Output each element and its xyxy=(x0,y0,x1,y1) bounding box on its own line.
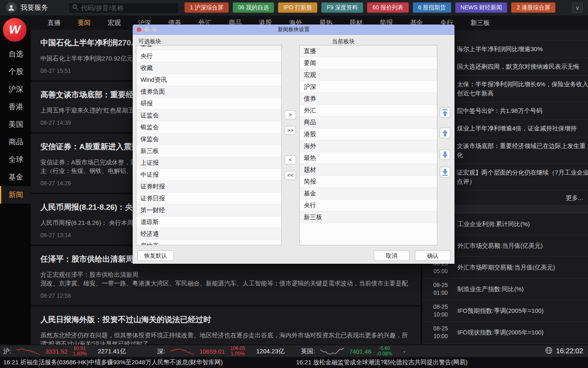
hotkey-button[interactable]: 06 我的自选 xyxy=(233,2,274,13)
news-tab[interactable]: 直播 xyxy=(39,16,69,30)
ticker-left[interactable]: 16:21 祈福生活服务(03686-HK)中绩多赚93%至2048万人民幣不派… xyxy=(3,357,223,368)
search-icon xyxy=(72,4,78,12)
available-section-item[interactable]: 经济通 xyxy=(136,228,281,240)
current-section-item[interactable]: 宏观 xyxy=(300,69,437,81)
sidebar-item[interactable]: 美国 xyxy=(0,116,31,133)
quote-name: 深: xyxy=(157,348,165,355)
hotkey-button[interactable]: 60 报价列表 xyxy=(367,2,408,13)
available-section-item[interactable]: 道琼斯 xyxy=(136,216,281,228)
service-menu[interactable]: 我要服务 xyxy=(6,2,48,13)
hotkey-button[interactable]: 2 港股综合屏 xyxy=(511,2,555,13)
available-section-item[interactable]: 中证报 xyxy=(136,169,281,181)
move-left-button[interactable]: < xyxy=(285,155,296,164)
calendar-row[interactable]: 08-25 10:00 IFO现状指数:季调(2005年=100) xyxy=(422,322,588,343)
sidebar-item[interactable]: 自选 xyxy=(0,45,31,63)
index-quote[interactable]: 沪: 3331.52 60.01 1.83% 2271.41亿 xyxy=(3,345,126,357)
available-section-item[interactable]: 房地产 xyxy=(136,240,281,245)
move-to-bottom-button[interactable] xyxy=(440,167,450,177)
news-tab[interactable]: 宏观 xyxy=(99,16,129,30)
sidebar-item[interactable]: 商品 xyxy=(0,133,31,151)
calendar-row[interactable]: 08-25 10:00 IFO预期指数:季调(2005年=100) xyxy=(422,300,588,322)
quote-change: 60.01 1.83% xyxy=(73,346,87,357)
arrow-down-icon xyxy=(442,151,448,158)
search-box[interactable] xyxy=(69,2,179,13)
available-section-item[interactable]: 证监会 xyxy=(136,110,281,121)
current-section-item[interactable]: 题材 xyxy=(300,164,437,176)
hotkey-button[interactable]: 1 沪深综合屏 xyxy=(185,2,229,13)
news-item-summary: 虽然东北经济仍存在问题，但其整体投资环境正持续改善、地区经济也在逐步走出谷底，海… xyxy=(40,331,421,345)
current-section-item[interactable]: 沪深 xyxy=(300,81,437,93)
available-section-item[interactable]: 基金 xyxy=(136,45,281,50)
current-section-item[interactable]: 要闻 xyxy=(300,57,437,69)
move-up-button[interactable] xyxy=(440,128,450,138)
current-section-item[interactable]: 简报 xyxy=(300,176,437,188)
sidebar-item[interactable]: 沪深 xyxy=(0,81,31,98)
available-section-item[interactable]: 上证报 xyxy=(136,157,281,169)
sidebar-item[interactable]: 基金 xyxy=(0,168,31,186)
calendar-date: 08-25 10:00 xyxy=(428,303,453,319)
available-section-item[interactable]: 研报 xyxy=(136,98,281,110)
cancel-button[interactable]: 取消 xyxy=(374,250,410,261)
calendar-row[interactable]: 08-25 01:00 制造业生产指数:同比(%) xyxy=(422,278,588,300)
current-sections-label: 当前板块 xyxy=(332,38,355,45)
sidebar-item[interactable]: 新闻 xyxy=(0,186,31,204)
current-section-item[interactable]: 外汇 xyxy=(300,105,437,117)
available-section-item[interactable]: 央行 xyxy=(136,50,281,62)
current-section-item[interactable]: 新三板 xyxy=(300,211,437,223)
news-tab[interactable]: 新三板 xyxy=(462,16,499,30)
move-right-button[interactable]: > xyxy=(285,110,296,119)
arrow-to-bottom-icon xyxy=(442,169,448,176)
available-sections-list[interactable]: 基金央行收藏Wind资讯债券负面研报证监会银监会保监会新三板上证报中证报证券时报… xyxy=(136,45,282,245)
sidebar-item[interactable]: 个股 xyxy=(0,63,31,81)
hotkey-button[interactable]: 6 股指期货 xyxy=(413,2,451,13)
move-all-right-button[interactable]: >> xyxy=(285,126,296,135)
available-section-item[interactable]: 证券时报 xyxy=(136,181,281,193)
zoom-window-icon xyxy=(152,27,157,32)
available-section-item[interactable]: 收藏 xyxy=(136,62,281,74)
available-section-item[interactable]: 保监会 xyxy=(136,133,281,145)
current-sections-list[interactable]: 直播要闻宏观沪深债券外汇商品港股海外最热题材简报基金央行新三板 xyxy=(299,45,437,245)
current-section-item[interactable]: 海外 xyxy=(300,140,437,152)
current-section-item[interactable]: 央行 xyxy=(300,200,437,211)
sidebar-item[interactable]: 香港 xyxy=(0,98,31,116)
calendar-indicator: IFO现状指数:季调(2005年=100) xyxy=(457,329,543,337)
move-all-left-button[interactable]: << xyxy=(285,171,296,180)
news-item[interactable]: 人民日报海外版：投资不过山海关的说法已经过时 虽然东北经济仍存在问题，但其整体投… xyxy=(31,307,421,345)
calendar-indicator: IFO预期指数:季调(2005年=100) xyxy=(457,307,543,315)
news-item-title: 人民日报海外版：投资不过山海关的说法已经过时 xyxy=(40,314,421,325)
available-section-item[interactable]: 第一财经 xyxy=(136,204,281,216)
news-item-summary: 方正宏观任泽平：股市供给出清新周 混改、京津冀、雄安、一带一路、粤港澳大湾区、军… xyxy=(40,270,421,287)
available-section-item[interactable]: 证券日报 xyxy=(136,193,281,204)
ticker-right[interactable]: 16:21 放松金融监管成全球潮流?耶伦德拉吉共同提出警告(网易) xyxy=(296,357,468,368)
news-sections-settings-dialog: 新闻板块设置 可选板块 当前板块 基金央行收藏Wind资讯债券负面研报证监会银监… xyxy=(133,25,454,264)
current-section-item[interactable]: 商品 xyxy=(300,117,437,128)
available-section-item[interactable]: 新三板 xyxy=(136,145,281,157)
sidebar-item[interactable]: 全球 xyxy=(0,151,31,168)
hotkey-button[interactable]: IPO 打新股 xyxy=(278,2,317,13)
search-input[interactable] xyxy=(81,4,175,12)
quote-change: 106.05 1.00% xyxy=(230,346,245,357)
hotkeys-more-button[interactable]: ∨ xyxy=(572,2,583,13)
news-tab[interactable]: 要闻 xyxy=(69,16,99,30)
available-section-item[interactable]: 银监会 xyxy=(136,121,281,133)
current-section-item[interactable]: 债券 xyxy=(300,93,437,105)
calendar-date: 08-25 01:00 xyxy=(428,281,453,297)
restore-defaults-button[interactable]: 恢复默认 xyxy=(137,250,174,261)
close-window-icon[interactable] xyxy=(137,27,141,32)
current-section-item[interactable]: 基金 xyxy=(300,188,437,200)
available-section-item[interactable]: Wind资讯 xyxy=(136,74,281,86)
hotkey-button[interactable]: NEWS 财经新闻 xyxy=(455,2,508,13)
current-section-item[interactable]: 最热 xyxy=(300,152,437,164)
hotkey-button[interactable]: F9 深度资料 xyxy=(321,2,363,13)
current-section-item[interactable]: 港股 xyxy=(300,128,437,140)
index-quote[interactable]: 英国: 7401.46 -5.60 -0.08% - xyxy=(301,345,405,357)
index-quote[interactable]: 深: 10659.01 106.05 1.00% 1204.23亿 xyxy=(157,345,285,357)
move-down-button[interactable] xyxy=(440,149,450,160)
quote-change: -5.60 -0.08% xyxy=(376,346,392,357)
dialog-title-bar[interactable]: 新闻板块设置 xyxy=(133,25,454,35)
available-section-item[interactable]: 债券负面 xyxy=(136,86,281,98)
confirm-button[interactable]: 确认 xyxy=(415,250,451,261)
current-section-item[interactable]: 直播 xyxy=(300,45,437,57)
quote-amount: - xyxy=(403,348,405,355)
move-to-top-button[interactable] xyxy=(440,107,450,118)
